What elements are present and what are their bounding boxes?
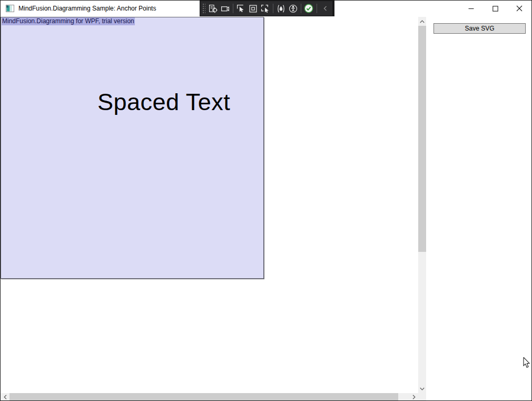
maximize-icon bbox=[492, 6, 498, 12]
node-label: Spaced Text bbox=[97, 89, 230, 116]
window-controls bbox=[459, 1, 531, 16]
track-focused-element-icon[interactable] bbox=[260, 2, 271, 15]
minimize-icon bbox=[468, 6, 474, 12]
scrollbar-corner bbox=[418, 393, 426, 401]
maximize-button[interactable] bbox=[483, 1, 507, 16]
toolbar-separator bbox=[233, 4, 233, 13]
title-bar: MindFusion.Diagramming Sample: Anchor Po… bbox=[1, 1, 531, 16]
toolbar-separator bbox=[317, 4, 317, 13]
debug-toolbar bbox=[200, 1, 334, 16]
diagram-node[interactable]: MindFusion.Diagramming for WPF, trial ve… bbox=[1, 17, 264, 279]
save-svg-button[interactable]: Save SVG bbox=[434, 23, 526, 34]
scroll-right-button[interactable] bbox=[409, 393, 418, 401]
show-in-xaml-live-preview-icon[interactable] bbox=[220, 2, 231, 15]
toolbar-separator bbox=[301, 4, 301, 13]
app-window: MindFusion.Diagramming Sample: Anchor Po… bbox=[0, 0, 532, 401]
chevron-left-icon bbox=[4, 395, 7, 399]
scroll-down-button[interactable] bbox=[418, 384, 426, 393]
app-icon bbox=[6, 4, 14, 13]
vertical-scrollbar[interactable] bbox=[418, 17, 426, 393]
horizontal-scrollbar-thumb[interactable] bbox=[9, 393, 398, 401]
chevron-up-icon bbox=[420, 20, 425, 23]
close-button[interactable] bbox=[507, 1, 531, 16]
scroll-left-button[interactable] bbox=[1, 393, 9, 401]
toolbar-separator bbox=[273, 4, 273, 13]
go-to-live-visual-tree-icon[interactable] bbox=[208, 2, 219, 15]
accessibility-checker-icon[interactable] bbox=[288, 2, 299, 15]
trial-watermark: MindFusion.Diagramming for WPF, trial ve… bbox=[2, 17, 135, 25]
side-panel: Save SVG bbox=[426, 17, 532, 401]
collapse-toolbar-icon[interactable] bbox=[320, 2, 331, 15]
minimize-button[interactable] bbox=[459, 1, 483, 16]
chevron-right-icon bbox=[412, 395, 416, 399]
hot-reload-icon[interactable] bbox=[275, 2, 287, 15]
vertical-scrollbar-thumb[interactable] bbox=[418, 26, 426, 252]
mouse-cursor bbox=[523, 357, 530, 368]
horizontal-scrollbar[interactable] bbox=[1, 393, 418, 401]
scroll-up-button[interactable] bbox=[418, 17, 426, 26]
window-title: MindFusion.Diagramming Sample: Anchor Po… bbox=[18, 1, 156, 16]
grip-handle-icon[interactable] bbox=[202, 3, 205, 14]
display-layout-adorners-icon[interactable] bbox=[248, 2, 259, 15]
close-icon bbox=[516, 5, 523, 12]
hot-reload-status-ok-icon[interactable] bbox=[303, 2, 314, 15]
chevron-down-icon bbox=[420, 387, 425, 390]
enable-selection-icon[interactable] bbox=[235, 2, 247, 15]
